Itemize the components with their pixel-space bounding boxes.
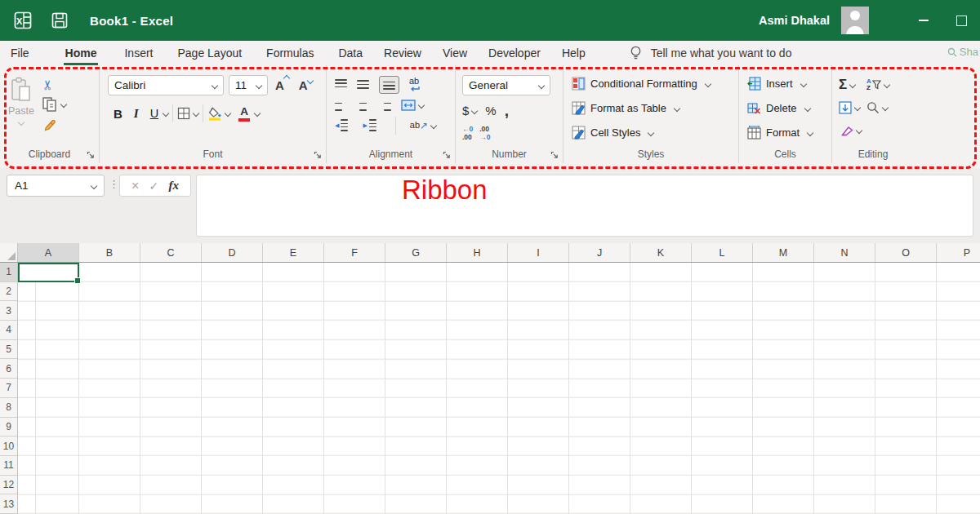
increase-font-button[interactable]: A — [273, 78, 287, 92]
tab-view[interactable]: View — [432, 41, 478, 65]
column-header[interactable]: H — [447, 243, 508, 262]
column-header[interactable]: G — [385, 243, 447, 262]
conditional-formatting-button[interactable]: Conditional Formatting — [572, 73, 738, 94]
column-header[interactable]: J — [569, 243, 630, 262]
percent-style-button[interactable]: % — [485, 104, 496, 117]
insert-function-icon[interactable]: fx — [168, 179, 179, 193]
maximize-button[interactable] — [942, 0, 980, 41]
italic-button[interactable]: I — [128, 107, 145, 121]
merge-center-button[interactable] — [401, 100, 424, 111]
row-header[interactable]: 12 — [0, 476, 17, 495]
tab-review[interactable]: Review — [373, 41, 432, 65]
tab-page-layout[interactable]: Page Layout — [167, 41, 252, 65]
share-button[interactable]: Sha — [947, 46, 978, 58]
decrease-indent-button[interactable]: ◀ — [335, 119, 353, 131]
sort-filter-button[interactable]: AZ — [866, 78, 902, 91]
tab-home[interactable]: Home — [55, 41, 108, 65]
row-header[interactable]: 10 — [0, 436, 17, 456]
bold-button[interactable]: B — [108, 107, 128, 121]
tell-me-box[interactable]: Tell me what you want to do — [621, 45, 792, 61]
align-bottom-button[interactable] — [379, 76, 399, 94]
column-header[interactable]: B — [79, 243, 140, 262]
column-header[interactable]: E — [263, 243, 324, 262]
accounting-format-button[interactable]: $ — [462, 104, 477, 117]
column-header[interactable]: P — [937, 243, 980, 262]
font-color-button[interactable]: A — [237, 106, 260, 122]
align-center-button[interactable] — [357, 99, 369, 111]
align-middle-button[interactable] — [357, 79, 369, 90]
cut-icon[interactable]: ✂ — [42, 79, 55, 90]
column-header[interactable]: F — [324, 243, 385, 262]
increase-decimal-button[interactable]: ←0.00 — [462, 126, 473, 142]
clipboard-dialog-launcher-icon[interactable] — [87, 151, 95, 159]
tab-file[interactable]: File — [0, 41, 40, 65]
format-painter-icon[interactable] — [42, 117, 59, 132]
align-right-button[interactable] — [379, 99, 391, 111]
row-header[interactable]: 5 — [0, 340, 17, 360]
borders-button[interactable] — [177, 107, 198, 120]
save-icon[interactable] — [51, 11, 69, 29]
row-header[interactable]: 11 — [0, 456, 17, 476]
format-as-table-button[interactable]: Format as Table — [572, 98, 738, 118]
tab-insert[interactable]: Insert — [114, 41, 163, 65]
align-left-button[interactable] — [335, 99, 347, 111]
autosum-button[interactable]: Σ — [839, 77, 866, 93]
tab-help[interactable]: Help — [551, 41, 596, 65]
row-header[interactable]: 6 — [0, 359, 17, 379]
cells-area[interactable] — [18, 263, 980, 514]
font-name-combo[interactable]: Calibri — [108, 75, 224, 95]
cancel-icon[interactable]: × — [131, 179, 139, 193]
copy-button[interactable] — [42, 97, 66, 112]
wrap-text-button[interactable]: ab — [409, 77, 420, 92]
font-dialog-launcher-icon[interactable] — [314, 151, 322, 159]
font-size-combo[interactable]: 11 — [229, 75, 268, 95]
column-header[interactable]: N — [814, 243, 875, 262]
formula-bar-drag-handle[interactable]: ⋮ — [109, 178, 118, 190]
paste-button[interactable]: Paste — [8, 77, 34, 132]
cell-styles-button[interactable]: Cell Styles — [572, 122, 738, 143]
row-header[interactable]: 2 — [0, 282, 17, 302]
tab-developer[interactable]: Developer — [478, 41, 551, 65]
decrease-font-button[interactable]: A — [296, 78, 310, 92]
column-header[interactable]: D — [202, 243, 263, 262]
increase-indent-button[interactable]: ▶ — [363, 119, 381, 131]
column-header[interactable]: I — [508, 243, 569, 262]
name-box[interactable]: A1 — [7, 175, 105, 197]
row-header[interactable]: 8 — [0, 398, 17, 418]
column-header[interactable]: O — [875, 243, 937, 262]
orientation-button[interactable]: ab↗ — [410, 120, 436, 131]
format-cells-button[interactable]: Format — [747, 122, 831, 143]
formula-input[interactable] — [196, 175, 973, 237]
row-header[interactable]: 9 — [0, 418, 17, 437]
minimize-button[interactable] — [905, 0, 942, 41]
align-top-button[interactable] — [335, 79, 347, 90]
column-header[interactable]: L — [692, 243, 753, 262]
fill-color-button[interactable] — [207, 106, 230, 121]
column-header[interactable]: A — [18, 243, 79, 262]
select-all-button[interactable] — [0, 243, 18, 262]
copy-dropdown[interactable] — [60, 101, 67, 108]
column-header[interactable]: M — [753, 243, 814, 262]
fill-button[interactable] — [839, 101, 866, 114]
enter-icon[interactable]: ✓ — [149, 179, 159, 193]
user-name[interactable]: Asmi Dhakal — [759, 14, 830, 27]
column-header[interactable]: K — [630, 243, 692, 262]
avatar[interactable] — [841, 7, 869, 34]
tab-data[interactable]: Data — [327, 41, 373, 65]
underline-button[interactable]: U — [145, 107, 168, 120]
column-header[interactable]: C — [140, 243, 202, 262]
tab-formulas[interactable]: Formulas — [256, 41, 324, 65]
alignment-dialog-launcher-icon[interactable] — [443, 151, 451, 159]
clear-button[interactable] — [839, 126, 866, 136]
row-header[interactable]: 1 — [0, 263, 17, 282]
fill-handle[interactable] — [74, 277, 81, 284]
find-select-button[interactable] — [866, 101, 902, 114]
row-header[interactable]: 7 — [0, 379, 17, 398]
insert-cells-button[interactable]: Insert — [747, 73, 831, 94]
number-format-combo[interactable]: General — [462, 75, 550, 95]
decrease-decimal-button[interactable]: .00→0 — [479, 126, 490, 142]
paste-dropdown[interactable] — [18, 119, 24, 126]
comma-style-button[interactable]: , — [505, 106, 509, 115]
row-header[interactable]: 3 — [0, 301, 17, 321]
row-header[interactable]: 4 — [0, 321, 17, 340]
